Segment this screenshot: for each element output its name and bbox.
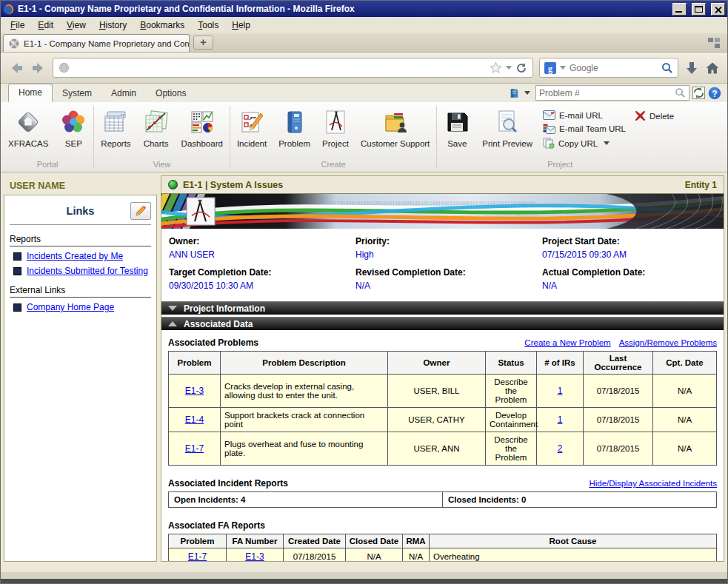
problem-button[interactable]: Problem: [273, 104, 316, 150]
delete-button[interactable]: Delete: [635, 110, 674, 121]
sep-button[interactable]: SEP: [54, 104, 93, 150]
save-button[interactable]: Save: [438, 104, 476, 150]
hide-display-incidents-link[interactable]: Hide/Display Associated Incidents: [589, 479, 717, 488]
sidebar-link-incidents-created[interactable]: Incidents Created by Me: [10, 246, 151, 261]
fa-problem-link[interactable]: E1-7: [188, 551, 207, 561]
search-engine-dropdown-icon[interactable]: [560, 66, 566, 70]
sidebar-link-company-home[interactable]: Company Home Page: [10, 298, 151, 312]
revised-completion-value: N/A: [355, 279, 542, 297]
table-row: E1-3 Cracks develop in external casing, …: [169, 375, 717, 408]
col-last-occurrence: Last Occurrence: [584, 352, 653, 375]
menu-file[interactable]: File: [4, 18, 31, 33]
xfracas-button[interactable]: XFRACAS: [2, 104, 54, 150]
minimize-button[interactable]: [672, 3, 687, 16]
search-bar[interactable]: g: [539, 58, 678, 78]
tab-strip: E1-1 - Company Name Proprietary and Conf…: [1, 33, 727, 53]
assign-remove-problems-link[interactable]: Assign/Remove Problems: [619, 338, 717, 347]
ribbon-tab-options[interactable]: Options: [146, 85, 196, 102]
menu-tools[interactable]: Tools: [191, 18, 225, 33]
charts-button[interactable]: Charts: [137, 104, 176, 150]
ribbon-group-view: Reports Charts Dashboard View: [95, 102, 229, 172]
email-url-button[interactable]: E-mail URL: [543, 110, 626, 120]
google-icon: g: [544, 62, 556, 74]
problem-label: Problem: [278, 139, 310, 148]
sidebar-link-incidents-submitted[interactable]: Incidents Submitted for Testing: [10, 261, 151, 276]
links-panel: Links Reports Incidents Created by Me In…: [4, 195, 157, 562]
create-new-problem-link[interactable]: Create a New Problem: [524, 338, 610, 347]
menu-edit[interactable]: Edit: [31, 18, 60, 33]
copy-url-button[interactable]: Copy URL: [543, 138, 626, 149]
url-input[interactable]: [73, 63, 486, 73]
web-search-input[interactable]: [570, 63, 658, 73]
table-row: Open Incidents: 4 Closed Incidents: 0: [169, 492, 717, 508]
menu-bookmarks[interactable]: Bookmarks: [133, 18, 191, 33]
ribbon: XFRACAS SEP Portal Reports: [1, 102, 727, 172]
menu-history[interactable]: History: [93, 18, 133, 33]
cell-cpt-date: N/A: [653, 408, 717, 432]
project-button[interactable]: Project: [316, 104, 355, 150]
fa-number-link[interactable]: E1-3: [245, 551, 264, 561]
ribbon-group-create: Incident Problem Project: [231, 102, 435, 172]
record-search-input[interactable]: [539, 88, 672, 98]
url-bar[interactable]: [53, 58, 533, 78]
irs-link[interactable]: 1: [558, 386, 563, 396]
sidebar-link-label[interactable]: Incidents Created by Me: [27, 251, 123, 261]
window-bottom-border: [1, 572, 727, 579]
ribbon-tab-admin[interactable]: Admin: [101, 85, 146, 102]
go-icon[interactable]: [692, 87, 705, 99]
incident-button[interactable]: Incident: [231, 104, 273, 150]
menu-view[interactable]: View: [60, 18, 93, 33]
menu-help[interactable]: Help: [225, 18, 257, 33]
ribbon-tab-home[interactable]: Home: [8, 84, 53, 102]
associated-data-bar[interactable]: Associated Data: [161, 317, 724, 330]
reports-icon: [102, 109, 129, 135]
browser-tab[interactable]: E1-1 - Company Name Proprietary and Conf…: [3, 34, 190, 52]
revised-completion-label: Revised Completion Date:: [355, 266, 542, 279]
problem-link[interactable]: E1-7: [185, 443, 204, 454]
customer-support-button[interactable]: Customer Support: [355, 104, 435, 150]
url-dropdown-icon[interactable]: [506, 66, 512, 70]
reload-icon[interactable]: [515, 62, 527, 74]
reports-button[interactable]: Reports: [95, 104, 136, 150]
customer-support-label: Customer Support: [361, 139, 430, 148]
maximize-button[interactable]: [692, 3, 706, 16]
search-scope-button[interactable]: [507, 87, 532, 100]
close-button[interactable]: [711, 3, 725, 16]
ribbon-tab-system[interactable]: System: [53, 85, 101, 102]
home-icon[interactable]: [705, 61, 720, 75]
firefox-icon: [3, 4, 14, 15]
title-bar: E1-1 - Company Name Proprietary and Conf…: [1, 1, 727, 17]
cell-description: Cracks develop in external casing, allow…: [221, 375, 388, 408]
group-label-portal: Portal: [2, 158, 93, 172]
table-row: E1-4 Support brackets crack at connectio…: [169, 408, 717, 432]
record-search-magnifier-icon[interactable]: [675, 87, 686, 98]
project-information-bar[interactable]: Project Information: [161, 301, 724, 315]
edit-links-button[interactable]: [130, 202, 151, 220]
problem-link[interactable]: E1-3: [185, 386, 204, 396]
irs-link[interactable]: 2: [558, 443, 563, 454]
help-icon[interactable]: ?: [708, 87, 721, 100]
tab-groups-icon[interactable]: [708, 38, 720, 48]
bookmark-star-icon[interactable]: [490, 61, 502, 74]
delete-label: Delete: [649, 112, 674, 121]
forward-icon[interactable]: [30, 61, 47, 75]
record-search-field[interactable]: [535, 85, 689, 101]
print-preview-button[interactable]: Print Preview: [476, 104, 538, 150]
sidebar-link-label[interactable]: Incidents Submitted for Testing: [27, 266, 148, 276]
back-icon[interactable]: [8, 61, 24, 75]
downloads-icon[interactable]: [684, 61, 699, 75]
sidebar-link-label[interactable]: Company Home Page: [27, 302, 114, 312]
new-tab-button[interactable]: +: [193, 36, 213, 50]
open-incidents-cell: Open Incidents: 4: [169, 492, 443, 508]
xfracas-icon: [15, 109, 41, 135]
cell-created-date: 07/18/2015: [284, 548, 346, 562]
irs-link[interactable]: 1: [558, 414, 563, 425]
dashboard-button[interactable]: Dashboard: [176, 104, 229, 150]
charts-label: Charts: [144, 139, 169, 148]
search-magnifier-icon[interactable]: [661, 62, 673, 74]
email-team-url-button[interactable]: E-mail Team URL: [543, 124, 626, 134]
actual-completion-value: N/A: [542, 279, 716, 297]
problem-link[interactable]: E1-4: [185, 414, 204, 425]
record-search-cluster: ?: [507, 85, 721, 101]
project-information-bar-label: Project Information: [184, 303, 265, 314]
